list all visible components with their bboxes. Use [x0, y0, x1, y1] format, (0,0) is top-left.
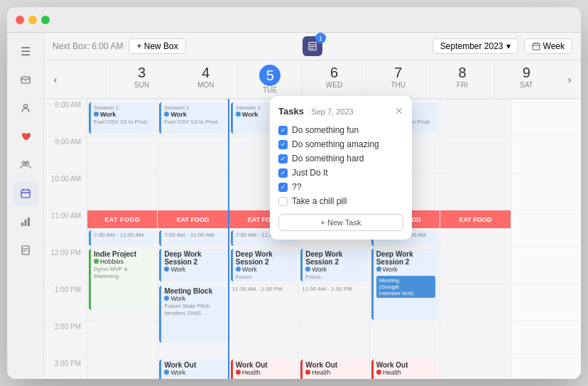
sidebar-icon-heart[interactable]: [13, 124, 38, 149]
sidebar-icon-inbox[interactable]: [13, 67, 38, 92]
mon-11am-b: 7:00 AM - 11:00 AM: [158, 228, 227, 247]
mon-session1[interactable]: Session 1 Work Fuel OSV V2 to Prod.: [159, 102, 226, 134]
svg-rect-8: [22, 246, 29, 254]
fri-8am: [440, 99, 510, 136]
fri-3pm: [440, 358, 510, 379]
day-header-wed: 6 Wed: [302, 60, 366, 98]
main-content: Next Box: 6:00 AM + New Box 1: [44, 33, 581, 379]
fri-1pm: [440, 284, 510, 321]
task-item-2: ✓ Do something amazing: [278, 137, 403, 151]
task-checkbox-6[interactable]: [278, 197, 288, 206]
week-button[interactable]: Week: [524, 38, 572, 54]
day-headers: 3 Sun 4 Mon 5 Tue 6 Wed: [109, 60, 558, 98]
wed-deep-work[interactable]: Deep WorkSession 2 Work Focus.: [300, 249, 367, 282]
tue-3pm: Work Out Health: [229, 358, 298, 379]
day-name-fri: Fri: [430, 81, 494, 89]
next-week-button[interactable]: ›: [558, 64, 581, 95]
sun-9am: [87, 136, 157, 173]
mon-meeting[interactable]: Meeting Block Work Future State PitchIte…: [159, 286, 226, 343]
fri-10am: [440, 173, 510, 210]
svg-point-1: [23, 104, 27, 108]
svg-rect-5: [21, 223, 23, 226]
day-header-thu: 7 Thu: [366, 60, 430, 98]
task-checkbox-3[interactable]: ✓: [278, 154, 288, 163]
wed-workout[interactable]: Work Out Health: [300, 360, 367, 379]
fri-9am: [440, 136, 510, 173]
sun-indie-project[interactable]: Indie Project Hobbies Dymo MVP &Marketin…: [89, 249, 156, 310]
day-header-sun: 3 Sun: [109, 60, 173, 98]
tasks-popup: Tasks Sep 7, 2023 ✕ ✓ Do something fun ✓…: [270, 96, 412, 240]
sat-2pm: [511, 321, 581, 358]
day-num-mon: 4: [174, 65, 237, 81]
task-checkbox-2[interactable]: ✓: [278, 140, 288, 149]
tasks-close-button[interactable]: ✕: [395, 105, 403, 117]
sun-12pm: Indie Project Hobbies Dymo MVP &Marketin…: [87, 247, 157, 284]
task-label-2: Do something amazing: [292, 139, 379, 149]
mon-10am: [158, 173, 227, 210]
wed-12pm: Deep WorkSession 2 Work Focus.: [299, 247, 369, 284]
day-num-tue: 5: [259, 65, 281, 86]
sat-11am: [511, 210, 581, 247]
sun-eatfood[interactable]: EAT FOOD: [87, 210, 157, 228]
maximize-button[interactable]: [41, 16, 50, 24]
top-center: 1: [303, 36, 322, 56]
wed-2pm: [299, 321, 369, 358]
task-checkbox-1[interactable]: ✓: [278, 126, 288, 135]
task-checkbox-5[interactable]: ✓: [278, 183, 288, 192]
time-slot-3pm: 3:00 PM: [44, 358, 87, 379]
sidebar-icon-chart[interactable]: [13, 209, 38, 235]
thu-deep-work[interactable]: Deep WorkSession 2 Work Meeting(Googleca…: [371, 249, 438, 320]
task-checkbox-4[interactable]: ✓: [278, 168, 288, 178]
tasks-title: Tasks: [278, 106, 304, 117]
time-slot-11am: 11:00 AM: [44, 210, 87, 247]
tue-workout[interactable]: Work Out Health: [231, 360, 297, 379]
sun-session1[interactable]: Session 1 Work Fuel OSV V2 to Prod.: [89, 102, 156, 134]
mon-8am: Session 1 Work Fuel OSV V2 to Prod.: [158, 99, 227, 136]
sidebar-icon-hamburger[interactable]: ☰: [13, 38, 38, 64]
day-header-tue: 5 Tue: [238, 60, 302, 98]
fri-12pm: [440, 247, 510, 284]
sat-3pm: [511, 358, 581, 379]
mon-deep-work[interactable]: Deep WorkSession 2 Work: [159, 249, 226, 282]
svg-rect-4: [21, 190, 30, 198]
thu-workout[interactable]: Work Out Health: [371, 360, 438, 379]
tue-deep-work[interactable]: Deep WorkSession 2 Work Focus.: [231, 249, 297, 282]
task-label-1: Do something fun: [292, 125, 359, 135]
task-item-4: ✓ Just Do It: [278, 166, 403, 180]
mon-1pm: Meeting Block Work Future State PitchIte…: [158, 284, 227, 321]
new-task-button[interactable]: + New Task: [278, 214, 403, 231]
time-slot-10am: 10:00 AM: [44, 173, 87, 210]
sat-9am: [511, 136, 581, 173]
sidebar-icon-calendar[interactable]: [13, 181, 38, 206]
sun-work-time[interactable]: 7:00 AM - 11:00 AM: [89, 230, 156, 246]
task-item-1: ✓ Do something fun: [278, 123, 403, 137]
close-button[interactable]: [16, 16, 24, 24]
new-box-button[interactable]: + New Box: [129, 38, 185, 54]
day-header-sat: 9 Sat: [494, 60, 558, 98]
mon-work-time[interactable]: 7:00 AM - 11:00 AM: [159, 230, 226, 246]
fri-eatfood[interactable]: EAT FOOD: [440, 210, 510, 228]
sun-2pm: [87, 321, 157, 358]
day-name-thu: Thu: [366, 81, 430, 89]
mon-eatfood[interactable]: EAT FOOD: [158, 210, 227, 228]
time-slot-2pm: 2:00 PM: [44, 321, 87, 358]
minimize-button[interactable]: [28, 16, 37, 24]
task-label-3: Do something hard: [292, 154, 364, 163]
month-selector[interactable]: September 2023 ▾: [432, 38, 518, 54]
next-box-label: Next Box: 6:00 AM: [53, 41, 123, 51]
calendar-area: ‹ 3 Sun 4 Mon 5 Tue: [44, 60, 581, 379]
svg-point-3: [26, 161, 28, 164]
sidebar-icon-group[interactable]: [13, 152, 38, 178]
tasks-date: Sep 7, 2023: [311, 107, 353, 116]
top-bar: Next Box: 6:00 AM + New Box 1: [44, 33, 581, 60]
mon-3pm: Work Out Work: [158, 358, 227, 379]
sidebar-icon-note[interactable]: [13, 237, 38, 263]
wed-3pm: Work Out Health: [299, 358, 369, 379]
sidebar-icon-person[interactable]: [13, 95, 38, 121]
mon-workout[interactable]: Work Out Work: [159, 360, 226, 379]
tasks-button[interactable]: 1: [303, 36, 322, 56]
month-chevron-icon: ▾: [506, 41, 511, 51]
calendar-header: ‹ 3 Sun 4 Mon 5 Tue: [44, 60, 581, 99]
prev-week-button[interactable]: ‹: [44, 64, 67, 95]
day-num-sun: 3: [110, 65, 173, 81]
